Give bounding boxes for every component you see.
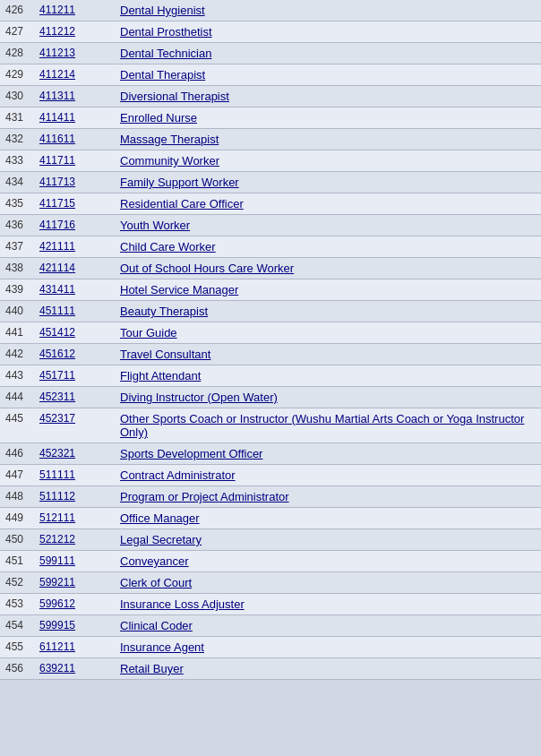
row-number: 438 xyxy=(0,258,34,279)
occupation-title[interactable]: Diving Instructor (Open Water) xyxy=(115,387,541,408)
occupation-code[interactable]: 451612 xyxy=(34,344,115,365)
occupation-title[interactable]: Dental Hygienist xyxy=(115,0,541,21)
occupation-code[interactable]: 411213 xyxy=(34,43,115,64)
occupation-title[interactable]: Enrolled Nurse xyxy=(115,107,541,129)
occupation-code[interactable]: 411611 xyxy=(34,129,115,150)
occupation-code[interactable]: 511112 xyxy=(34,486,115,508)
occupation-title[interactable]: Flight Attendant xyxy=(115,365,541,387)
occupation-code[interactable]: 521212 xyxy=(34,529,115,551)
occupation-title[interactable]: Retail Buyer xyxy=(115,658,541,680)
table-row: 449512111Office Manager xyxy=(0,508,541,529)
row-number: 432 xyxy=(0,129,34,150)
occupation-code[interactable]: 411716 xyxy=(34,215,115,236)
table-row: 440451111Beauty Therapist xyxy=(0,301,541,322)
occupation-code[interactable]: 421114 xyxy=(34,258,115,279)
table-row: 455611211Insurance Agent xyxy=(0,637,541,658)
table-row: 438421114Out of School Hours Care Worker xyxy=(0,258,541,279)
row-number: 431 xyxy=(0,107,34,129)
occupation-title[interactable]: Family Support Worker xyxy=(115,172,541,193)
occupation-title[interactable]: Dental Therapist xyxy=(115,64,541,86)
occupation-title[interactable]: Program or Project Administrator xyxy=(115,486,541,508)
occupation-code[interactable]: 451711 xyxy=(34,365,115,387)
occupation-code[interactable]: 411713 xyxy=(34,172,115,193)
table-row: 448511112Program or Project Administrato… xyxy=(0,486,541,508)
row-number: 437 xyxy=(0,236,34,258)
occupation-code[interactable]: 599915 xyxy=(34,615,115,637)
occupation-code[interactable]: 599211 xyxy=(34,572,115,594)
table-row: 439431411Hotel Service Manager xyxy=(0,279,541,301)
table-row: 433411711Community Worker xyxy=(0,150,541,172)
row-number: 441 xyxy=(0,322,34,344)
row-number: 447 xyxy=(0,465,34,486)
occupation-title[interactable]: Sports Development Officer xyxy=(115,443,541,465)
row-number: 435 xyxy=(0,193,34,215)
occupation-code[interactable]: 512111 xyxy=(34,508,115,529)
row-number: 442 xyxy=(0,344,34,365)
table-row: 454599915Clinical Coder xyxy=(0,615,541,637)
occupation-code[interactable]: 511111 xyxy=(34,465,115,486)
table-row: 446452321Sports Development Officer xyxy=(0,443,541,465)
row-number: 426 xyxy=(0,0,34,21)
occupation-code[interactable]: 411214 xyxy=(34,64,115,86)
occupation-title[interactable]: Dental Prosthetist xyxy=(115,21,541,43)
occupation-code[interactable]: 431411 xyxy=(34,279,115,301)
occupation-title[interactable]: Hotel Service Manager xyxy=(115,279,541,301)
table-row: 443451711Flight Attendant xyxy=(0,365,541,387)
row-number: 427 xyxy=(0,21,34,43)
occupation-code[interactable]: 639211 xyxy=(34,658,115,680)
occupation-code[interactable]: 451412 xyxy=(34,322,115,344)
row-number: 439 xyxy=(0,279,34,301)
table-row: 453599612Insurance Loss Adjuster xyxy=(0,594,541,615)
occupation-code[interactable]: 411715 xyxy=(34,193,115,215)
row-number: 456 xyxy=(0,658,34,680)
occupation-code[interactable]: 599612 xyxy=(34,594,115,615)
table-row: 435411715Residential Care Officer xyxy=(0,193,541,215)
occupation-code[interactable]: 611211 xyxy=(34,637,115,658)
row-number: 440 xyxy=(0,301,34,322)
occupation-code[interactable]: 411711 xyxy=(34,150,115,172)
occupation-title[interactable]: Out of School Hours Care Worker xyxy=(115,258,541,279)
occupation-title[interactable]: Clerk of Court xyxy=(115,572,541,594)
table-row: 444452311Diving Instructor (Open Water) xyxy=(0,387,541,408)
occupation-title[interactable]: Youth Worker xyxy=(115,215,541,236)
occupation-code[interactable]: 411211 xyxy=(34,0,115,21)
occupations-table: 426411211Dental Hygienist427411212Dental… xyxy=(0,0,541,680)
row-number: 428 xyxy=(0,43,34,64)
occupation-code[interactable]: 411212 xyxy=(34,21,115,43)
row-number: 448 xyxy=(0,486,34,508)
row-number: 455 xyxy=(0,637,34,658)
occupation-title[interactable]: Travel Consultant xyxy=(115,344,541,365)
occupation-title[interactable]: Other Sports Coach or Instructor (Wushu … xyxy=(115,408,541,443)
occupation-title[interactable]: Office Manager xyxy=(115,508,541,529)
occupation-code[interactable]: 452311 xyxy=(34,387,115,408)
occupation-code[interactable]: 452321 xyxy=(34,443,115,465)
occupation-title[interactable]: Dental Technician xyxy=(115,43,541,64)
occupation-title[interactable]: Insurance Loss Adjuster xyxy=(115,594,541,615)
occupation-code[interactable]: 411311 xyxy=(34,86,115,107)
table-row: 432411611Massage Therapist xyxy=(0,129,541,150)
occupation-title[interactable]: Diversional Therapist xyxy=(115,86,541,107)
occupation-title[interactable]: Residential Care Officer xyxy=(115,193,541,215)
occupation-code[interactable]: 411411 xyxy=(34,107,115,129)
row-number: 436 xyxy=(0,215,34,236)
occupation-title[interactable]: Community Worker xyxy=(115,150,541,172)
occupation-title[interactable]: Beauty Therapist xyxy=(115,301,541,322)
occupation-code[interactable]: 421111 xyxy=(34,236,115,258)
table-row: 452599211Clerk of Court xyxy=(0,572,541,594)
occupation-title[interactable]: Massage Therapist xyxy=(115,129,541,150)
row-number: 451 xyxy=(0,551,34,572)
occupation-title[interactable]: Clinical Coder xyxy=(115,615,541,637)
occupation-title[interactable]: Legal Secretary xyxy=(115,529,541,551)
occupation-title[interactable]: Conveyancer xyxy=(115,551,541,572)
occupation-title[interactable]: Insurance Agent xyxy=(115,637,541,658)
table-row: 450521212Legal Secretary xyxy=(0,529,541,551)
occupation-title[interactable]: Tour Guide xyxy=(115,322,541,344)
occupation-code[interactable]: 452317 xyxy=(34,408,115,443)
occupation-title[interactable]: Child Care Worker xyxy=(115,236,541,258)
occupation-code[interactable]: 451111 xyxy=(34,301,115,322)
table-row: 437421111Child Care Worker xyxy=(0,236,541,258)
row-number: 445 xyxy=(0,408,34,443)
occupation-code[interactable]: 599111 xyxy=(34,551,115,572)
occupation-title[interactable]: Contract Administrator xyxy=(115,465,541,486)
table-row: 431411411Enrolled Nurse xyxy=(0,107,541,129)
